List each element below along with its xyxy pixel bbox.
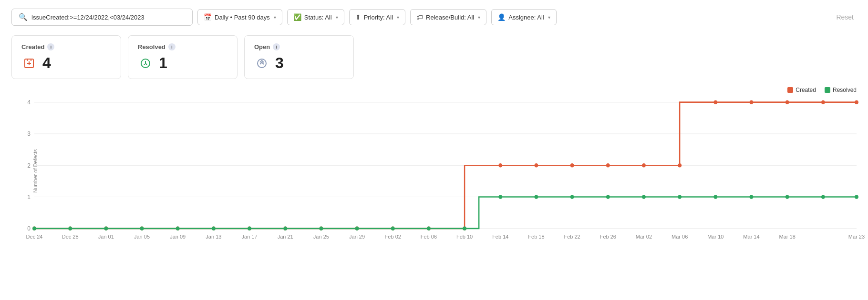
svg-point-66 [248,227,251,231]
svg-text:Dec 24: Dec 24 [26,234,43,240]
search-icon: 🔍 [19,13,28,21]
info-icon: i [47,43,54,50]
svg-point-57 [785,100,789,104]
svg-point-56 [749,100,753,104]
svg-point-71 [427,227,431,231]
created-card: Created i 4 [11,35,121,79]
svg-text:2: 2 [27,162,31,169]
svg-point-50 [534,163,538,168]
legend-created-label: Created [796,87,816,93]
svg-point-81 [785,195,789,199]
priority-filter[interactable]: ⬆ Priority: All ▾ [349,9,405,25]
legend-created: Created [787,87,816,93]
open-card: Open i 3 [244,35,354,79]
resolved-icon [138,56,153,71]
svg-point-63 [140,227,144,231]
priority-icon: ⬆ [355,13,361,21]
priority-label: Priority: All [364,14,393,21]
date-range-filter[interactable]: 📅 Daily • Past 90 days ▾ [197,9,282,25]
chart-wrapper: Number of Defects 4 3 2 1 0 Dec 24 Dec 2… [34,97,857,245]
chevron-down-icon: ▾ [478,15,480,20]
svg-point-74 [534,195,538,199]
svg-text:Feb 18: Feb 18 [528,234,544,240]
open-card-label: Open i [254,43,342,50]
svg-point-75 [570,195,574,199]
chevron-down-icon: ▾ [336,15,338,20]
svg-text:Feb 06: Feb 06 [421,234,437,240]
svg-point-60 [32,227,36,231]
svg-text:Jan 29: Jan 29 [349,234,365,240]
svg-text:Dec 28: Dec 28 [62,234,79,240]
svg-point-62 [104,227,108,231]
chevron-down-icon: ▾ [274,15,276,20]
assignee-label: Assignee: All [508,14,544,21]
legend-resolved-label: Resolved [833,87,857,93]
open-icon [254,56,269,71]
toolbar: 🔍 issueCreated:>=12/24/2022,<03/24/2023 … [0,0,868,31]
date-range-label: Daily • Past 90 days [215,14,270,21]
svg-text:Mar 23: Mar 23 [848,234,865,240]
svg-text:Feb 14: Feb 14 [492,234,508,240]
svg-text:Mar 10: Mar 10 [707,234,723,240]
created-card-label: Created i [21,43,109,50]
svg-text:Jan 01: Jan 01 [98,234,114,240]
user-icon: 👤 [497,13,506,21]
chevron-down-icon: ▾ [397,15,399,20]
svg-point-51 [570,163,574,168]
reset-button[interactable]: Reset [833,10,857,25]
svg-text:Jan 09: Jan 09 [170,234,186,240]
legend-resolved: Resolved [825,87,857,93]
resolved-line [34,197,857,229]
svg-point-59 [855,100,858,104]
release-icon: 🏷 [416,13,423,21]
svg-text:Feb 02: Feb 02 [385,234,401,240]
status-label: Status: All [304,14,332,21]
svg-point-73 [498,195,502,199]
svg-text:Jan 17: Jan 17 [242,234,258,240]
assignee-filter[interactable]: 👤 Assignee: All ▾ [491,9,556,25]
svg-point-65 [212,227,216,231]
svg-text:3: 3 [27,130,31,137]
svg-text:Jan 21: Jan 21 [278,234,293,240]
svg-point-78 [678,195,682,199]
svg-text:1: 1 [27,193,31,200]
open-value: 3 [275,54,284,72]
svg-text:Mar 06: Mar 06 [672,234,688,240]
search-box[interactable]: 🔍 issueCreated:>=12/24/2022,<03/24/2023 [11,9,193,26]
svg-point-82 [821,195,825,199]
release-build-filter[interactable]: 🏷 Release/Build: All ▾ [410,9,486,25]
svg-point-58 [821,100,825,104]
svg-point-79 [713,195,717,199]
resolved-value: 1 [159,54,167,72]
chevron-down-icon: ▾ [548,15,550,20]
svg-text:Jan 25: Jan 25 [313,234,329,240]
svg-text:Mar 18: Mar 18 [779,234,796,240]
cards-row: Created i 4 Resolved i [0,31,868,87]
svg-point-69 [355,227,359,231]
legend-dot-created [787,87,793,93]
svg-text:0: 0 [27,225,31,232]
created-icon [21,56,37,71]
svg-point-61 [68,227,72,231]
resolved-card-label: Resolved i [138,43,226,50]
svg-point-64 [176,227,180,231]
svg-text:Feb 22: Feb 22 [564,234,580,240]
search-input[interactable]: issueCreated:>=12/24/2022,<03/24/2023 [31,14,145,21]
svg-text:Mar 14: Mar 14 [743,234,759,240]
svg-text:Feb 10: Feb 10 [456,234,473,240]
svg-point-77 [642,195,646,199]
svg-point-67 [283,227,287,231]
resolved-card: Resolved i 1 [128,35,238,79]
svg-point-72 [463,227,466,231]
chart-svg: 4 3 2 1 0 Dec 24 Dec 28 Jan 01 Jan 05 Ja… [34,97,857,245]
status-filter[interactable]: ✅ Status: All ▾ [287,9,344,25]
info-icon: i [168,43,176,50]
created-value: 4 [42,54,51,72]
y-axis-label: Number of Defects [32,149,38,193]
chart-area: Created Resolved Number of Defects 4 3 2… [0,87,868,254]
info-icon: i [273,43,280,50]
legend-dot-resolved [825,87,830,93]
svg-text:Jan 05: Jan 05 [134,234,150,240]
svg-text:4: 4 [27,99,31,106]
svg-point-68 [319,227,323,231]
